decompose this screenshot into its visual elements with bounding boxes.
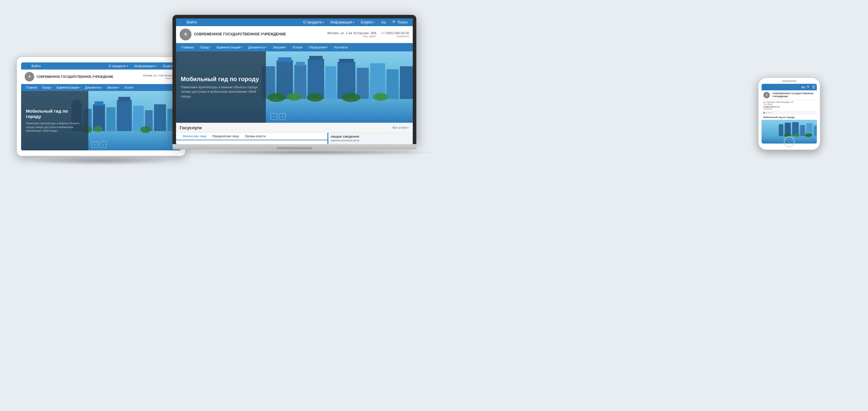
svg-rect-24 — [296, 62, 305, 66]
tablet-prev-arrow[interactable]: ‹ — [92, 141, 98, 148]
tablet-nav-services[interactable]: Услуги — [122, 84, 136, 91]
tablet-nav: Главная Город ▾ Администрация ▾ Документ… — [21, 84, 181, 91]
chevron-down-icon: ▾ — [373, 21, 375, 24]
laptop-product-btn[interactable]: О продукте ▾ — [301, 19, 326, 26]
tablet-shadow — [27, 156, 176, 165]
svg-point-48 — [794, 134, 800, 137]
laptop-nav-appeals[interactable]: Обращения ▾ — [305, 43, 331, 52]
laptop-all-services-link[interactable]: Все услуги › — [393, 126, 409, 129]
tablet-hero-bg: Мобильный гид по городу Памятники архите… — [21, 91, 181, 150]
phone-font-icon: Аа — [801, 86, 805, 89]
svg-rect-21 — [277, 60, 293, 99]
laptop-services-tabs: Физические лица Юридические лица Органы … — [176, 133, 328, 144]
laptop-contact: Москва, ул. 2-ая Хуторская, 38А Наш адре… — [328, 31, 409, 38]
phone-address-bar: ул. Красного Текстильщика, 10 Наш адрес … — [762, 100, 817, 111]
laptop-login-label: Войти — [187, 20, 197, 24]
phone-emblem: ⚜ — [763, 92, 770, 98]
laptop-lang-label: English — [361, 20, 373, 24]
laptop-hero: Мобильный гид по городу Памятники архите… — [176, 52, 413, 123]
laptop-nav-contacts[interactable]: Контакты — [331, 43, 351, 52]
laptop-search-label: Поиск — [398, 20, 407, 24]
tablet-nav-city[interactable]: Город ▾ — [39, 84, 54, 91]
laptop-hero-bg: Мобильный гид по городу Памятники архите… — [176, 52, 413, 123]
tablet-logo: ⚜ СОВРЕМЕННОЕ ГОСУДАРСТВЕННОЕ УЧРЕЖДЕНИЕ — [25, 72, 113, 82]
tablet-emblem: ⚜ — [25, 72, 34, 82]
laptop-hero-desc: Памятники архитектуры и важные объекты г… — [181, 85, 261, 99]
svg-rect-8 — [117, 100, 132, 131]
search-icon: 🔍 — [392, 20, 397, 24]
laptop-side-box-title: ОБЩИЕ СВЕДЕНИЯ — [331, 135, 410, 138]
laptop-header: ⚜ СОВРЕМЕННОЕ ГОСУДАРСТВЕННОЕ УЧРЕЖДЕНИЕ… — [176, 26, 413, 43]
laptop-nav-admin[interactable]: Администрация ▾ — [214, 43, 245, 52]
laptop-font-btn[interactable]: Аа — [379, 19, 388, 26]
laptop-address-label: Наш адрес — [328, 35, 376, 38]
tablet-nav-orders[interactable]: Закупки ▾ — [104, 84, 122, 91]
tablet-login-btn[interactable]: 👤 Войти — [25, 63, 42, 69]
tablet-hero-title: Мобильный гид по городу — [26, 108, 84, 119]
phone-slider-dots — [762, 111, 817, 115]
phone-logo: ⚜ СОВРЕМЕННОЕ ГОСУДАРСТВЕННОЕ УЧРЕЖДЕНИЕ — [763, 92, 815, 98]
laptop-tabs-bar: Физические лица Юридические лица Органы … — [176, 133, 328, 140]
svg-rect-12 — [154, 104, 166, 131]
phone-address-label: Наш адрес — [763, 103, 815, 105]
laptop-logo: ⚜ СОВРЕМЕННОЕ ГОСУДАРСТВЕННОЕ УЧРЕЖДЕНИЕ — [180, 29, 286, 40]
laptop-side-box: ОБЩИЕ СВЕДЕНИЯ Административный центр — [328, 133, 413, 144]
laptop-base — [173, 144, 416, 150]
tablet-header: ⚜ СОВРЕМЕННОЕ ГОСУДАРСТВЕННОЕ УЧРЕЖДЕНИЕ… — [21, 69, 181, 84]
tablet-lang-label: English — [163, 64, 174, 68]
laptop-product-label: О продукте — [303, 20, 322, 24]
scene: 👤 Войти О продукте ▾ Информация ▾ — [0, 0, 868, 411]
tablet-nav-docs[interactable]: Документы ▾ — [83, 84, 105, 91]
svg-rect-41 — [779, 124, 783, 136]
tablet-org-name: СОВРЕМЕННОЕ ГОСУДАРСТВЕННОЕ УЧРЕЖДЕНИЕ — [37, 75, 113, 79]
laptop-nav-services[interactable]: Услуги — [289, 43, 305, 52]
svg-point-38 — [373, 93, 388, 101]
chevron-down-icon: ▾ — [353, 21, 354, 24]
chevron-down-icon: ▾ — [51, 87, 52, 89]
laptop-nav-orders[interactable]: Закупки ▾ — [270, 43, 289, 52]
laptop-lang-btn[interactable]: English ▾ — [359, 19, 376, 26]
laptop-device: 👤 Войти О продукте ▾ Информация ▾ — [173, 15, 416, 155]
laptop-login-btn[interactable]: 👤 Войти — [180, 19, 199, 26]
tablet-product-btn[interactable]: О продукте ▾ — [107, 63, 129, 69]
laptop-next-arrow[interactable]: › — [279, 113, 285, 120]
tablet-topbar: 👤 Войти О продукте ▾ Информация ▾ — [21, 62, 181, 69]
phone-dot-4 — [771, 112, 772, 114]
svg-rect-33 — [400, 66, 413, 99]
laptop-tab-authorities[interactable]: Органы власти — [242, 133, 269, 140]
laptop-tab-individuals[interactable]: Физические лица — [180, 133, 209, 140]
svg-rect-32 — [386, 69, 399, 99]
svg-point-34 — [268, 93, 285, 102]
laptop-tab-legal[interactable]: Юридические лица — [209, 133, 242, 140]
laptop-nav-docs[interactable]: Документы ▾ — [245, 43, 270, 52]
laptop-hero-overlay: Мобильный гид по городу Памятники архите… — [176, 52, 266, 123]
laptop-nav-city[interactable]: Город ▾ — [197, 43, 214, 52]
phone-topbar: 👤 Аа 🔍 ☰ — [762, 84, 817, 90]
svg-rect-26 — [309, 56, 323, 60]
svg-point-17 — [141, 126, 151, 133]
laptop-nav-home[interactable]: Главная — [178, 43, 197, 52]
phone-hero — [762, 120, 817, 144]
laptop-search-btn[interactable]: 🔍 Поиск — [391, 19, 409, 26]
phone-slide-title: Мобильный гид по городу — [762, 115, 817, 120]
chevron-down-icon: ▾ — [155, 65, 156, 67]
laptop-nav: Главная Город ▾ Администрация ▾ Документ… — [176, 43, 413, 52]
phone-user-icon: 👤 — [763, 86, 767, 89]
laptop-gosuslugi-bar: Госуслуги Все услуги › — [176, 123, 413, 133]
tablet-info-btn[interactable]: Информация ▾ — [133, 63, 158, 69]
tablet-nav-admin[interactable]: Администрация ▾ — [54, 84, 83, 91]
phone-address: ул. Красного Текстильщика, 10 — [763, 101, 815, 103]
laptop-prev-arrow[interactable]: ‹ — [271, 113, 277, 120]
tablet-nav-home[interactable]: Главная — [24, 84, 39, 91]
laptop-topbar: 👤 Войти О продукте ▾ Информация ▾ — [176, 19, 413, 26]
chevron-down-icon: ▾ — [323, 21, 324, 24]
tablet-hero-arrows: ‹ › — [92, 141, 106, 148]
laptop-info-btn[interactable]: Информация ▾ — [329, 19, 356, 26]
svg-rect-9 — [118, 97, 130, 101]
laptop-phone: +7 (000) 000-00-00 — [381, 31, 409, 35]
laptop-info-label: Информация — [330, 20, 352, 24]
laptop-frame: 👤 Войти О продукте ▾ Информация ▾ — [173, 15, 416, 144]
tablet-login-label: Войти — [32, 64, 41, 68]
tablet-next-arrow[interactable]: › — [100, 141, 106, 148]
laptop-phone-label: Приёмная — [381, 35, 409, 38]
